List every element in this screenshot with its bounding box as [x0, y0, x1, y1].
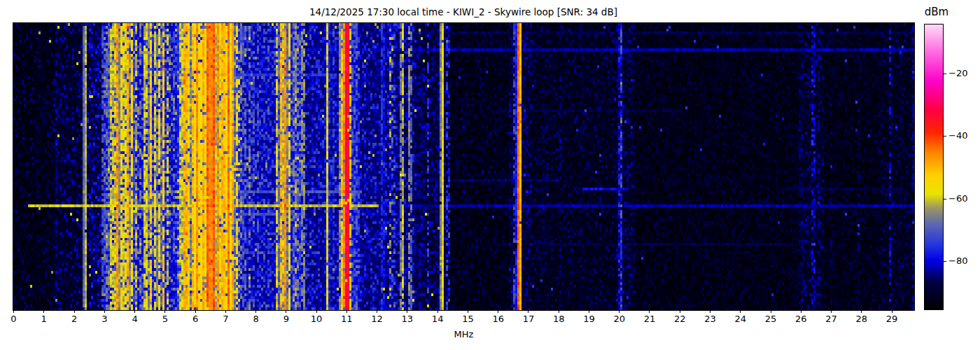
x-tick-mark [195, 310, 196, 313]
x-tick-mark [255, 310, 256, 313]
x-tick-mark [710, 310, 710, 313]
x-tick-mark [377, 310, 377, 313]
x-tick-mark [831, 310, 832, 313]
x-tick-label: 12 [363, 314, 391, 324]
x-tick-label: 16 [484, 314, 512, 324]
plot-area [13, 22, 915, 311]
x-tick-label: 11 [332, 314, 360, 324]
colorbar-tick-mark [944, 136, 946, 136]
x-tick-mark [407, 310, 407, 313]
x-tick-label: 17 [514, 314, 542, 324]
x-tick-label: 28 [848, 314, 876, 324]
colorbar [924, 24, 944, 310]
colorbar-tick-mark [944, 74, 946, 74]
spectrogram-figure: 14/12/2025 17:30 local time - KIWI_2 - S… [0, 0, 980, 350]
x-tick-mark [74, 310, 75, 313]
colorbar-tick-label: −60 [948, 193, 978, 204]
x-axis-label: MHz [428, 329, 499, 340]
x-tick-label: 9 [272, 314, 300, 324]
x-tick-mark [649, 310, 650, 313]
x-tick-mark [559, 310, 559, 313]
x-tick-mark [740, 310, 741, 313]
x-tick-mark [528, 310, 528, 313]
x-tick-label: 7 [211, 314, 239, 324]
x-tick-mark [316, 310, 317, 313]
x-tick-label: 6 [181, 314, 209, 324]
x-tick-label: 29 [878, 314, 906, 324]
colorbar-tick-mark [944, 199, 946, 200]
x-tick-label: 21 [636, 314, 664, 324]
x-tick-mark [892, 310, 892, 313]
x-tick-mark [104, 310, 105, 313]
x-tick-label: 27 [818, 314, 846, 324]
x-tick-mark [438, 310, 438, 313]
x-tick-label: 5 [151, 314, 179, 324]
x-tick-mark [346, 310, 347, 313]
colorbar-tick-label: −80 [948, 255, 978, 267]
x-tick-label: 4 [121, 314, 149, 324]
x-tick-mark [468, 310, 468, 313]
x-tick-label: 8 [242, 314, 270, 324]
x-tick-mark [498, 310, 498, 313]
x-tick-label: 22 [666, 314, 694, 324]
waterfall-heatmap [13, 23, 914, 310]
x-tick-mark [225, 310, 226, 313]
chart-title: 14/12/2025 17:30 local time - KIWI_2 - S… [0, 6, 927, 18]
x-tick-label: 26 [787, 314, 815, 324]
x-tick-mark [861, 310, 862, 313]
x-tick-label: 18 [545, 314, 573, 324]
x-tick-mark [164, 310, 165, 313]
colorbar-tick-label: −20 [948, 68, 978, 79]
colorbar-tick-mark [944, 261, 946, 262]
x-tick-label: 15 [454, 314, 482, 324]
x-tick-label: 0 [0, 314, 28, 324]
x-tick-mark [771, 310, 771, 313]
x-tick-label: 13 [393, 314, 421, 324]
x-tick-mark [13, 310, 14, 313]
colorbar-gradient [925, 24, 943, 309]
x-tick-label: 10 [302, 314, 330, 324]
x-tick-mark [680, 310, 680, 313]
x-tick-label: 23 [696, 314, 724, 324]
x-tick-mark [589, 310, 589, 313]
x-tick-label: 20 [606, 314, 634, 324]
x-tick-label: 1 [30, 314, 58, 324]
x-tick-mark [134, 310, 135, 313]
colorbar-unit-label: dBm [915, 6, 958, 18]
x-tick-mark [801, 310, 802, 313]
x-tick-label: 24 [727, 314, 755, 324]
x-tick-label: 2 [60, 314, 88, 324]
x-tick-mark [286, 310, 286, 313]
x-tick-label: 3 [90, 314, 118, 324]
x-tick-label: 14 [424, 314, 451, 324]
x-tick-label: 19 [575, 314, 603, 324]
x-tick-mark [43, 310, 44, 313]
x-tick-mark [619, 310, 620, 313]
colorbar-tick-label: −40 [948, 130, 978, 141]
x-tick-label: 25 [757, 314, 785, 324]
